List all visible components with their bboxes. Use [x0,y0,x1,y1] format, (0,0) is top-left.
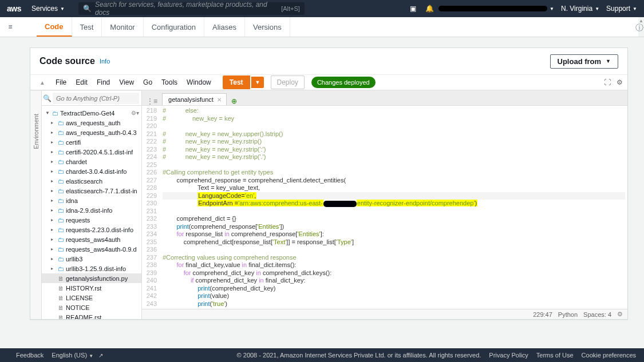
menu-file[interactable]: File [51,78,71,86]
lambda-tab-row: ≡ CodeTestMonitorConfigurationAliasesVer… [0,17,644,37]
new-tab-icon[interactable]: ⊕ [231,97,237,105]
caret-down-icon: ▼ [60,6,65,11]
menu-edit[interactable]: Edit [71,78,92,86]
indent-mode[interactable]: Spaces: 4 [583,311,611,318]
gear-icon[interactable]: ⚙ [617,311,623,318]
tree-folder[interactable]: ▸🗀requests-2.23.0.dist-info [42,225,141,234]
tab-test[interactable]: Test [72,17,102,37]
environment-rail[interactable]: Environment [30,91,42,319]
footer-link[interactable]: Terms of Use [536,352,574,359]
deploy-status: Changes deployed [311,77,376,88]
deploy-button: Deploy [271,75,305,89]
gear-icon[interactable]: ⚙ [617,78,623,86]
menu-window[interactable]: Window [182,78,216,86]
tree-folder[interactable]: ▸🗀requests_aws4auth [42,234,141,244]
tree-file[interactable]: 🗎LICENSE [42,293,141,303]
tab-versions[interactable]: Versions [245,17,290,37]
services-label: Services [31,5,58,13]
tree-file[interactable]: 🗎NOTICE [42,303,141,312]
support-menu[interactable]: Support ▼ [606,5,637,13]
services-menu[interactable]: Services ▼ [31,5,65,13]
tree-folder[interactable]: ▸🗀idna [42,196,141,205]
close-icon[interactable]: ✕ [217,97,222,103]
search-shortcut: [Alt+S] [281,5,300,12]
tree-folder[interactable]: ▸🗀elasticsearch-7.7.1.dist-in [42,186,141,196]
external-icon: ↗ [98,352,103,359]
tab-code[interactable]: Code [37,17,72,37]
caret-down-icon: ▼ [633,6,637,11]
tree-folder[interactable]: ▸🗀urllib3-1.25.9.dist-info [42,264,141,273]
file-explorer: 🔍 ▼🗀TextractDemo-Get4⚙▾▸🗀aws_requests_au… [42,91,142,319]
code-editor: ⋮≡ getanalysisfunct ✕ ⊕ 2182192202212222… [142,91,627,319]
ide-menubar: ▲ FileEditFindViewGoToolsWindow Test ▼ D… [30,74,627,90]
test-button[interactable]: Test [223,75,250,89]
search-input[interactable]: 🔍 Search for services, features, marketp… [78,2,305,15]
tree-file[interactable]: 🗎getanalysisfunction.py [42,273,141,283]
code-source-card: Code source Info Upload from ▼ ▲ FileEdi… [30,47,628,320]
account-menu[interactable] [438,6,547,11]
cursor-position: 229:47 [533,311,552,318]
tab-menu-icon[interactable]: ⋮≡ [142,97,162,105]
editor-statusbar: 229:47 Python Spaces: 4 ⚙ [142,309,627,319]
tree-folder[interactable]: ▸🗀aws_requests_auth [42,118,141,128]
tree-file[interactable]: 🗎HISTORY.rst [42,283,141,293]
language-mode[interactable]: Python [558,311,578,318]
editor-tab-label: getanalysisfunct [168,96,214,103]
caret-down-icon: ▼ [550,6,554,11]
tree-folder[interactable]: ▸🗀idna-2.9.dist-info [42,205,141,215]
caret-down-icon: ▼ [89,353,93,359]
goto-input[interactable] [53,93,139,104]
tree-folder[interactable]: ▸🗀elasticsearch [42,176,141,186]
info-icon[interactable]: ⓘ [635,23,643,33]
region-label: N. Virginia [561,5,592,13]
tree-folder[interactable]: ▸🗀requests [42,215,141,225]
footer-link[interactable]: Cookie preferences [582,352,636,359]
caret-down-icon: ▼ [606,58,611,64]
tree-folder[interactable]: ▸🗀urllib3 [42,254,141,264]
gear-icon[interactable]: ⚙▾ [131,110,139,116]
menu-view[interactable]: View [114,78,139,86]
notifications-icon[interactable]: 🔔 [425,5,434,13]
footer-link[interactable]: Privacy Policy [489,352,528,359]
editor-tab[interactable]: getanalysisfunct ✕ [162,93,227,105]
menu-find[interactable]: Find [92,78,114,86]
aws-header: aws Services ▼ 🔍 Search for services, fe… [0,0,644,17]
cloudshell-icon[interactable]: ▣ [410,5,416,13]
tab-aliases[interactable]: Aliases [204,17,245,37]
tree-folder[interactable]: ▸🗀certifi-2020.4.5.1.dist-inf [42,147,141,157]
tree-folder[interactable]: ▸🗀chardet [42,157,141,166]
tab-configuration[interactable]: Configuration [144,17,204,37]
hamburger-icon[interactable]: ≡ [0,17,21,37]
tree-folder[interactable]: ▸🗀chardet-3.0.4.dist-info [42,166,141,176]
language-label: English (US) [52,352,87,359]
feedback-link[interactable]: Feedback [16,352,44,359]
upload-label: Upload from [558,57,602,66]
search-placeholder: Search for services, features, marketpla… [95,1,281,17]
search-icon: 🔍 [83,5,92,13]
code-area[interactable]: 2182192202212222232242252262272282292302… [142,106,627,309]
upload-from-button[interactable]: Upload from ▼ [550,54,618,69]
test-dropdown[interactable]: ▼ [251,77,264,88]
tree-folder[interactable]: ▸🗀requests_aws4auth-0.9.d [42,244,141,254]
tree-root[interactable]: ▼🗀TextractDemo-Get4⚙▾ [42,108,141,118]
menu-go[interactable]: Go [139,78,157,86]
tab-monitor[interactable]: Monitor [102,17,143,37]
menu-tools[interactable]: Tools [157,78,182,86]
collapse-icon[interactable]: ▲ [39,79,45,86]
caret-down-icon: ▼ [595,6,599,11]
console-footer: Feedback English (US) ▼ ↗ © 2008 - 2021,… [0,348,644,362]
search-icon[interactable]: 🔍 [42,94,53,102]
aws-logo[interactable]: aws [7,4,21,13]
environment-label: Environment [33,114,39,149]
language-selector[interactable]: English (US) ▼ ↗ [52,352,103,359]
region-menu[interactable]: N. Virginia ▼ [561,5,599,13]
fullscreen-icon[interactable]: ⛶ [604,78,611,86]
card-title: Code source [39,56,95,66]
tree-file[interactable]: 🗎README.rst [42,312,141,319]
info-link[interactable]: Info [100,58,110,65]
tree-folder[interactable]: ▸🗀certifi [42,137,141,147]
tree-folder[interactable]: ▸🗀aws_requests_auth-0.4.3 [42,128,141,137]
copyright: © 2008 - 2021, Amazon Internet Services … [237,352,481,359]
support-label: Support [606,5,630,13]
